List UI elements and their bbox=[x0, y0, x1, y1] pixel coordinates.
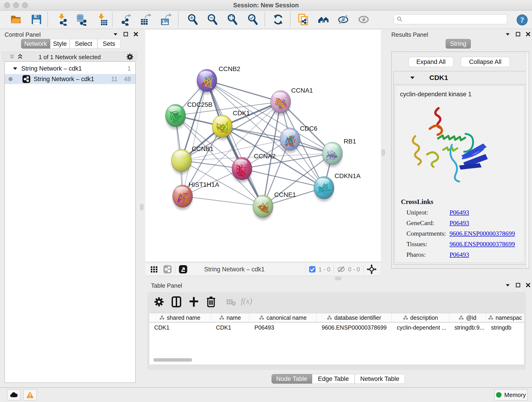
show-columns-icon[interactable] bbox=[171, 296, 182, 307]
tab-network-table[interactable]: Network Table bbox=[355, 374, 405, 384]
tab-select[interactable]: Select bbox=[70, 39, 97, 49]
tab-string[interactable]: String bbox=[446, 39, 471, 49]
clone-network-button[interactable] bbox=[297, 13, 309, 26]
export-image-button[interactable] bbox=[160, 13, 172, 26]
table-container: f(x) shared name name canonical name bbox=[147, 292, 526, 370]
node-label[interactable]: CCNB1 bbox=[192, 145, 214, 153]
maximize-panel-icon[interactable] bbox=[515, 283, 520, 288]
zoom-in-button[interactable] bbox=[186, 13, 199, 26]
zoom-selected-button[interactable] bbox=[247, 13, 259, 26]
cloud-status-button[interactable] bbox=[7, 389, 20, 400]
refresh-icon bbox=[272, 13, 284, 26]
crosslink-pharos-link[interactable]: P06493 bbox=[450, 251, 469, 258]
crosslink-label: GeneCard: bbox=[406, 219, 450, 227]
tab-edge-table[interactable]: Edge Table bbox=[312, 374, 355, 384]
node-label[interactable]: HIST1H1A bbox=[189, 181, 219, 188]
crosslink-tissues-link[interactable]: 9606.ENSP00000378699 bbox=[450, 240, 515, 248]
maximize-panel-icon[interactable] bbox=[123, 32, 128, 37]
column-header[interactable]: description bbox=[392, 313, 450, 322]
right-splitter-handle[interactable] bbox=[382, 149, 385, 156]
collection-label: String Network – cdk1 bbox=[21, 65, 82, 72]
close-panel-icon[interactable] bbox=[526, 283, 531, 288]
export-table-button[interactable] bbox=[139, 13, 152, 26]
hide-selected-button[interactable] bbox=[337, 13, 349, 26]
netbar-separator bbox=[175, 265, 175, 274]
export-table-icon bbox=[139, 13, 152, 26]
column-header[interactable]: @id bbox=[449, 313, 486, 322]
save-session-button[interactable] bbox=[30, 13, 43, 26]
tab-sets[interactable]: Sets bbox=[97, 39, 120, 49]
memory-button[interactable]: Memory bbox=[494, 389, 527, 400]
show-all-networks-button[interactable] bbox=[317, 13, 330, 26]
zoom-fit-button[interactable] bbox=[226, 13, 239, 26]
node-label[interactable]: RB1 bbox=[344, 138, 356, 145]
node-label[interactable]: CCNB2 bbox=[219, 65, 240, 72]
float-panel-icon[interactable] bbox=[113, 32, 118, 36]
column-header[interactable]: name bbox=[211, 313, 249, 322]
node-label[interactable]: CCNE1 bbox=[274, 191, 296, 198]
expand-all-button[interactable]: Expand All bbox=[409, 57, 453, 67]
network-options-gear-icon[interactable] bbox=[126, 53, 133, 61]
section-expander-icon[interactable] bbox=[410, 75, 415, 80]
results-scrollbar[interactable] bbox=[526, 52, 529, 268]
column-header[interactable]: database identifier bbox=[317, 313, 392, 322]
warnings-button[interactable] bbox=[23, 389, 37, 400]
show-hidden-button[interactable] bbox=[357, 13, 370, 26]
gene-section-header[interactable]: CDK1 bbox=[394, 71, 526, 84]
import-network-from-database-button[interactable] bbox=[75, 13, 88, 26]
node-label[interactable]: CDC6 bbox=[300, 125, 317, 132]
tab-network[interactable]: Network bbox=[21, 39, 50, 49]
crosslink-row: GeneCard: P06493 bbox=[401, 219, 520, 227]
column-header[interactable]: shared name bbox=[149, 313, 211, 322]
selected-checkbox-icon[interactable] bbox=[309, 266, 316, 273]
string-network-graph[interactable]: CCNB2CCNA1CDC25BCDK1CDC6RB1CCNB1CCNA2CDK… bbox=[145, 30, 381, 261]
float-panel-icon[interactable] bbox=[505, 283, 510, 287]
create-column-icon[interactable] bbox=[189, 296, 199, 307]
hidden-eye-icon[interactable] bbox=[337, 266, 345, 273]
network-collection-row[interactable]: String Network – cdk1 1 bbox=[5, 64, 135, 74]
cell-canonical-name: P06493 bbox=[249, 324, 317, 331]
help-button[interactable]: ? bbox=[516, 14, 528, 26]
horizontal-splitter-handle[interactable] bbox=[335, 277, 341, 280]
tab-node-table[interactable]: Node Table bbox=[272, 374, 312, 384]
node-label[interactable]: CCNA1 bbox=[291, 87, 313, 94]
network-type-icon[interactable] bbox=[163, 265, 172, 274]
table-row[interactable]: CDK1 CDK1 P06493 9606.ENSP00000378699 cy… bbox=[149, 322, 524, 332]
pan-crosshair-icon[interactable] bbox=[367, 264, 377, 274]
open-in-window-icon[interactable] bbox=[178, 265, 188, 274]
birdseye-grid-icon[interactable] bbox=[150, 265, 158, 273]
table-horizontal-scrollbar[interactable] bbox=[153, 358, 192, 362]
collapse-all-button[interactable]: Collapse All bbox=[461, 57, 510, 67]
delete-column-icon[interactable] bbox=[206, 296, 216, 307]
column-header[interactable]: canonical name bbox=[249, 313, 317, 322]
export-network-button[interactable] bbox=[120, 13, 132, 26]
toolbar-separator bbox=[47, 12, 48, 27]
network-canvas[interactable]: CCNB2CCNA1CDC25BCDK1CDC6RB1CCNB1CCNA2CDK… bbox=[145, 30, 381, 261]
tab-style[interactable]: Style bbox=[50, 39, 70, 49]
node-label[interactable]: CCNA2 bbox=[254, 153, 276, 160]
tree-expander-icon[interactable] bbox=[13, 66, 18, 70]
open-session-button[interactable] bbox=[10, 13, 22, 26]
close-panel-icon[interactable] bbox=[133, 32, 138, 37]
maximize-panel-icon[interactable] bbox=[515, 32, 520, 37]
network-row-selected[interactable]: String Network – cdk1 11 48 bbox=[5, 74, 135, 84]
cell-name: CDK1 bbox=[211, 324, 249, 331]
crosslink-compartments-link[interactable]: 9606.ENSP00000378699 bbox=[450, 230, 515, 237]
float-panel-icon[interactable] bbox=[505, 32, 510, 36]
crosslink-genecard-link[interactable]: P06493 bbox=[450, 219, 469, 227]
close-panel-icon[interactable] bbox=[526, 32, 531, 37]
network-view-title: String Network – cdk1 bbox=[204, 266, 265, 273]
node-label[interactable]: CDC25B bbox=[187, 101, 212, 108]
node-label[interactable]: CDKN1A bbox=[335, 172, 361, 179]
table-options-gear-icon[interactable] bbox=[154, 297, 164, 307]
zoom-out-button[interactable] bbox=[206, 13, 219, 26]
node-table: shared name name canonical name database… bbox=[149, 313, 525, 365]
import-network-button[interactable] bbox=[56, 13, 69, 26]
import-table-button[interactable] bbox=[96, 13, 108, 26]
left-splitter-handle[interactable] bbox=[140, 204, 143, 211]
crosslink-uniprot-link[interactable]: P06493 bbox=[450, 209, 469, 216]
node-label[interactable]: CDK1 bbox=[233, 109, 250, 117]
column-header[interactable]: namespac bbox=[486, 313, 524, 322]
apply-layout-button[interactable] bbox=[272, 13, 284, 26]
search-input[interactable] bbox=[403, 16, 500, 23]
